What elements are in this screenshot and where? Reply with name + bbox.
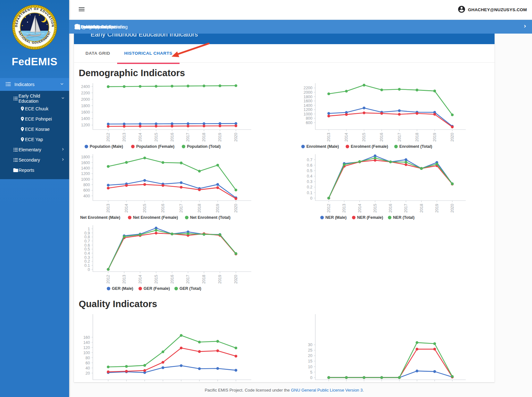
svg-text:0.5: 0.5 — [85, 247, 90, 251]
svg-text:2020: 2020 — [234, 204, 238, 213]
tab-historical-charts[interactable]: HISTORICAL CHARTS — [117, 44, 180, 62]
svg-text:GER (Total): GER (Total) — [180, 286, 201, 291]
svg-text:2017: 2017 — [186, 133, 190, 142]
svg-text:Population (Male): Population (Male) — [90, 144, 123, 149]
svg-text:0.7: 0.7 — [307, 158, 312, 162]
quality-chart-grid: 2040608010012014016020132014201520162017… — [79, 312, 495, 382]
svg-text:2017: 2017 — [404, 204, 408, 213]
svg-text:Population (Female): Population (Female) — [136, 144, 174, 149]
svg-text:0.9: 0.9 — [85, 231, 90, 235]
svg-text:5: 5 — [310, 370, 312, 375]
svg-text:2016: 2016 — [161, 204, 165, 213]
empty-grid-cell — [295, 223, 468, 294]
user-account-chip[interactable]: GHACHEY@NUZUSYS.COM — [457, 5, 527, 14]
list-icon — [13, 96, 19, 101]
svg-text:2013: 2013 — [106, 204, 110, 213]
sidebar-item-elementary[interactable]: Elementary — [0, 145, 69, 155]
svg-text:0.6: 0.6 — [307, 163, 312, 168]
svg-text:0.4: 0.4 — [307, 174, 312, 179]
svg-text:20: 20 — [308, 353, 312, 358]
main-content: Early Childhood Education Indicators DAT… — [69, 20, 532, 393]
svg-text:1000: 1000 — [303, 112, 312, 116]
place-icon — [20, 106, 25, 111]
sidebar-item-early-child-education[interactable]: Early Child Education — [0, 93, 69, 104]
svg-text:2013: 2013 — [326, 133, 331, 142]
svg-text:0.3: 0.3 — [85, 255, 90, 260]
svg-text:GER (Male): GER (Male) — [112, 286, 133, 291]
svg-text:2014: 2014 — [124, 204, 129, 213]
svg-text:1600: 1600 — [81, 110, 90, 115]
sidebar-item-label: ECE Chuuk — [25, 106, 65, 111]
population-chart: 1200140016001800200022002400201220132014… — [79, 81, 257, 152]
svg-text:2020: 2020 — [234, 275, 238, 284]
sidebar-item-ece-yap[interactable]: ECE Yap — [0, 134, 69, 145]
svg-text:2014: 2014 — [138, 133, 142, 142]
dollar-icon — [74, 24, 81, 30]
ger-svg: 00.10.20.30.40.50.60.70.80.9120122013201… — [79, 223, 257, 294]
svg-text:2013: 2013 — [122, 275, 126, 284]
sidebar-item-budgets-and-spending[interactable]: Budgets and Spending — [69, 20, 532, 34]
sidebar-item-reports[interactable]: Reports — [0, 165, 69, 175]
svg-text:2019: 2019 — [215, 204, 220, 213]
svg-text:2000: 2000 — [303, 90, 312, 95]
list-icon — [13, 147, 19, 153]
sidebar-item-indicators[interactable]: Indicators — [0, 78, 69, 91]
svg-text:2020: 2020 — [234, 133, 238, 142]
svg-text:2015: 2015 — [154, 275, 158, 284]
svg-text:1000: 1000 — [81, 177, 90, 182]
topbar: GHACHEY@NUZUSYS.COM — [69, 0, 532, 20]
svg-text:15: 15 — [308, 359, 312, 363]
svg-text:40: 40 — [85, 366, 90, 370]
svg-text:NER (Female): NER (Female) — [357, 215, 383, 220]
sidebar-item-ece-chuuk[interactable]: ECE Chuuk — [0, 104, 69, 114]
enrolment-svg: 6008001000120014001600180020002200201320… — [295, 81, 468, 152]
svg-text:2016: 2016 — [170, 133, 174, 142]
chevron-right-icon — [522, 24, 528, 29]
footer-suffix: . — [363, 388, 364, 393]
sidebar-submenu: Early Child EducationECE ChuukECE Pohnpe… — [0, 91, 69, 179]
svg-text:NER (Male): NER (Male) — [326, 215, 347, 220]
svg-text:2016: 2016 — [388, 204, 393, 213]
quality-left-svg: 2040608010012014016020132014201520162017… — [79, 312, 257, 382]
tab-data-grid[interactable]: DATA GRID — [78, 44, 117, 62]
svg-text:0.4: 0.4 — [85, 251, 90, 256]
svg-text:2200: 2200 — [81, 91, 90, 95]
svg-text:2014: 2014 — [344, 133, 349, 142]
svg-text:2015: 2015 — [362, 133, 366, 142]
svg-text:800: 800 — [306, 116, 312, 121]
menu-toggle-button[interactable] — [77, 6, 86, 14]
svg-text:Net Enrolment (Total): Net Enrolment (Total) — [190, 215, 230, 220]
sidebar-item-label: Elementary — [19, 147, 60, 152]
enrolment-chart: 6008001000120014001600180020002200201320… — [295, 81, 468, 152]
place-icon — [20, 127, 25, 132]
svg-text:100: 100 — [83, 351, 90, 355]
svg-text:2018: 2018 — [415, 133, 419, 142]
svg-text:2400: 2400 — [81, 84, 90, 89]
svg-text:1800: 1800 — [81, 155, 90, 159]
svg-text:2019: 2019 — [218, 133, 222, 142]
quality-right-chart: 0510152025302013201420152016201720182019… — [295, 312, 468, 382]
chevron-down-icon — [60, 96, 65, 100]
place-icon — [20, 116, 25, 122]
sidebar-item-label: ECE Kosrae — [25, 127, 65, 132]
svg-text:20: 20 — [85, 371, 90, 376]
svg-text:0.2: 0.2 — [307, 185, 312, 189]
svg-text:2018: 2018 — [419, 204, 424, 213]
ger-chart: 00.10.20.30.40.50.60.70.80.9120122013201… — [79, 223, 257, 294]
sidebar-item-label: ECE Yap — [25, 137, 65, 142]
sidebar-item-secondary[interactable]: Secondary — [0, 155, 69, 165]
svg-text:120: 120 — [83, 345, 90, 350]
svg-text:2019: 2019 — [432, 133, 437, 142]
svg-text:80: 80 — [85, 356, 90, 360]
sidebar-item-ece-kosrae[interactable]: ECE Kosrae — [0, 124, 69, 134]
charts-area: Demographic Indicators 12001400160018002… — [74, 63, 495, 382]
svg-text:Net Enrolment (Female): Net Enrolment (Female) — [133, 215, 178, 220]
svg-text:10: 10 — [308, 365, 312, 369]
svg-text:2014: 2014 — [358, 204, 362, 213]
menu-icon — [78, 5, 85, 13]
license-link[interactable]: GNU General Public License Version 3 — [291, 388, 363, 393]
svg-text:2017: 2017 — [179, 204, 183, 213]
sidebar-item-ece-pohnpei[interactable]: ECE Pohnpei — [0, 114, 69, 124]
footer-text: Pacific EMIS Project. Code licensed unde… — [205, 388, 291, 393]
ner-svg: 00.10.20.30.40.50.60.7201220132014201520… — [295, 152, 468, 223]
